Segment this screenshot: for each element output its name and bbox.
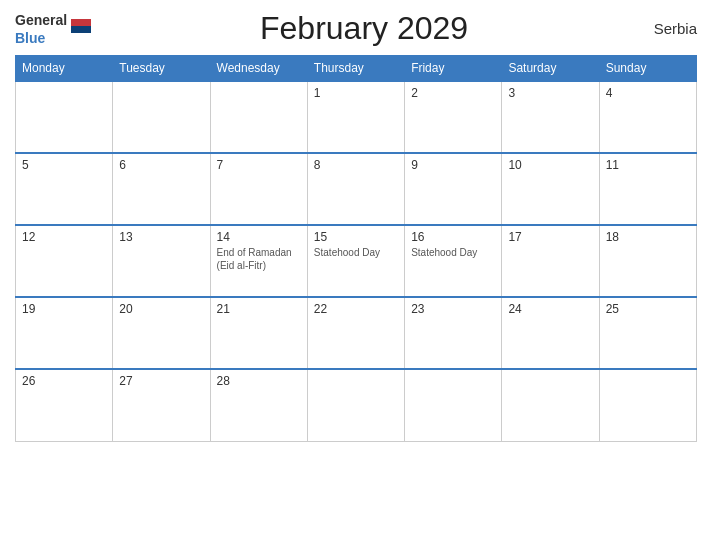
day-number: 17 [508,230,592,244]
week-row-2: 567891011 [16,153,697,225]
day-number: 22 [314,302,398,316]
calendar-cell [210,81,307,153]
header-saturday: Saturday [502,56,599,82]
calendar-cell: 10 [502,153,599,225]
calendar-cell: 27 [113,369,210,441]
calendar-cell: 19 [16,297,113,369]
calendar-event: End of Ramadan (Eid al-Fitr) [217,246,301,272]
calendar-event: Statehood Day [411,246,495,259]
day-number: 12 [22,230,106,244]
calendar-cell [502,369,599,441]
day-number: 1 [314,86,398,100]
calendar-cell: 21 [210,297,307,369]
header: General Blue February 2029 Serbia [15,10,697,47]
calendar-cell: 16Statehood Day [405,225,502,297]
calendar-cell [405,369,502,441]
header-tuesday: Tuesday [113,56,210,82]
calendar-cell: 3 [502,81,599,153]
calendar-table: Monday Tuesday Wednesday Thursday Friday… [15,55,697,442]
day-number: 7 [217,158,301,172]
calendar-cell: 22 [307,297,404,369]
header-monday: Monday [16,56,113,82]
calendar-cell: 26 [16,369,113,441]
day-number: 16 [411,230,495,244]
logo-general: General [15,12,67,28]
calendar-cell: 15Statehood Day [307,225,404,297]
svg-rect-0 [71,19,91,26]
day-number: 18 [606,230,690,244]
day-number: 4 [606,86,690,100]
day-number: 19 [22,302,106,316]
calendar-cell: 17 [502,225,599,297]
calendar-cell: 25 [599,297,696,369]
day-number: 23 [411,302,495,316]
calendar-cell: 4 [599,81,696,153]
weekday-header-row: Monday Tuesday Wednesday Thursday Friday… [16,56,697,82]
calendar-page: General Blue February 2029 Serbia Monday… [0,0,712,550]
day-number: 9 [411,158,495,172]
calendar-cell: 2 [405,81,502,153]
calendar-cell: 1 [307,81,404,153]
header-sunday: Sunday [599,56,696,82]
day-number: 15 [314,230,398,244]
day-number: 14 [217,230,301,244]
day-number: 21 [217,302,301,316]
calendar-cell: 13 [113,225,210,297]
week-row-1: 1234 [16,81,697,153]
header-wednesday: Wednesday [210,56,307,82]
day-number: 11 [606,158,690,172]
logo-flag-icon [71,19,91,39]
calendar-cell: 18 [599,225,696,297]
calendar-cell [16,81,113,153]
calendar-cell [307,369,404,441]
logo-text: General Blue [15,11,67,47]
calendar-cell: 7 [210,153,307,225]
calendar-cell [113,81,210,153]
week-row-4: 19202122232425 [16,297,697,369]
day-number: 2 [411,86,495,100]
day-number: 24 [508,302,592,316]
country-label: Serbia [637,20,697,37]
week-row-3: 121314End of Ramadan (Eid al-Fitr)15Stat… [16,225,697,297]
calendar-cell: 23 [405,297,502,369]
svg-rect-2 [71,33,91,39]
week-row-5: 262728 [16,369,697,441]
calendar-cell: 24 [502,297,599,369]
header-friday: Friday [405,56,502,82]
calendar-cell: 5 [16,153,113,225]
day-number: 28 [217,374,301,388]
calendar-title: February 2029 [91,10,637,47]
day-number: 27 [119,374,203,388]
calendar-cell: 8 [307,153,404,225]
calendar-event: Statehood Day [314,246,398,259]
day-number: 8 [314,158,398,172]
day-number: 6 [119,158,203,172]
day-number: 3 [508,86,592,100]
day-number: 13 [119,230,203,244]
day-number: 20 [119,302,203,316]
day-number: 10 [508,158,592,172]
calendar-cell: 12 [16,225,113,297]
svg-rect-1 [71,26,91,33]
logo: General Blue [15,11,91,47]
day-number: 5 [22,158,106,172]
calendar-cell: 9 [405,153,502,225]
calendar-cell: 11 [599,153,696,225]
logo-blue: Blue [15,30,45,46]
calendar-cell [599,369,696,441]
day-number: 26 [22,374,106,388]
day-number: 25 [606,302,690,316]
calendar-cell: 20 [113,297,210,369]
calendar-cell: 14End of Ramadan (Eid al-Fitr) [210,225,307,297]
header-thursday: Thursday [307,56,404,82]
calendar-cell: 28 [210,369,307,441]
calendar-cell: 6 [113,153,210,225]
